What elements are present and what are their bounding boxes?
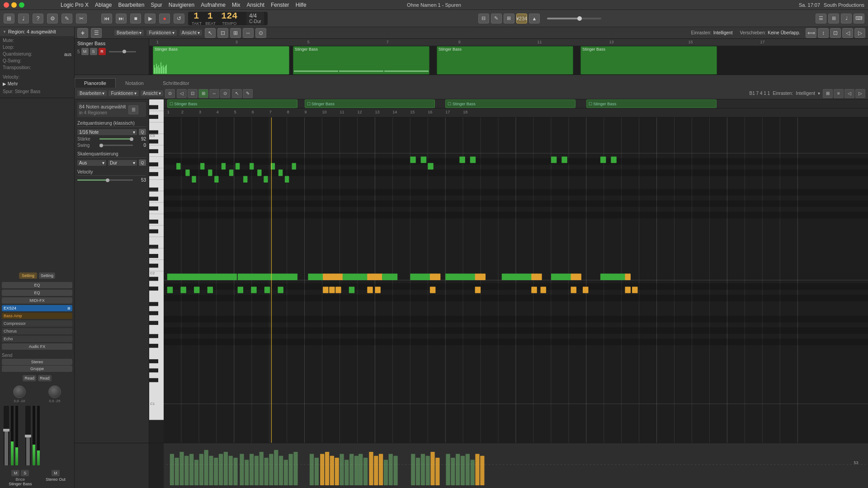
audiofx-btn[interactable]: Audic FX: [2, 343, 72, 350]
toolbar-edit[interactable]: ✎: [61, 14, 72, 23]
pr-right-btn4[interactable]: ▷: [855, 89, 865, 98]
swing-slider[interactable]: [99, 145, 133, 146]
bk23[interactable]: [149, 359, 158, 363]
bk17[interactable]: [149, 286, 158, 291]
exs24-btn[interactable]: EXS24 ⊞: [2, 305, 72, 311]
bk5[interactable]: [149, 149, 158, 153]
list-icon[interactable]: ☰: [816, 14, 826, 23]
add-track-btn[interactable]: +: [77, 28, 88, 38]
rewind-button[interactable]: ⏮: [101, 14, 112, 23]
bk20[interactable]: [149, 321, 158, 325]
pr-tool-5[interactable]: ⊙: [220, 89, 230, 98]
bk16[interactable]: [149, 277, 158, 281]
region-3[interactable]: Stinger Bass: [437, 46, 573, 75]
bk7[interactable]: [149, 172, 158, 176]
toolbar-icon1[interactable]: ⊟: [478, 14, 489, 23]
midifx-btn[interactable]: MIDI-FX: [2, 297, 72, 304]
bearbeiten-dropdown[interactable]: Bearbeiten▾: [114, 30, 144, 36]
read-btn2[interactable]: Read: [38, 375, 52, 381]
region-2[interactable]: Stinger Bass: [293, 46, 429, 75]
bk11[interactable]: [149, 220, 158, 224]
eq-left-btn[interactable]: EQ: [2, 282, 72, 288]
menu-mix[interactable]: Mix: [232, 2, 241, 8]
read-btn[interactable]: Read: [23, 375, 36, 381]
bk10[interactable]: [149, 206, 158, 211]
bk18[interactable]: [149, 302, 158, 306]
pr-region-1[interactable]: ☐ Stinger Bass: [167, 99, 297, 108]
region-header[interactable]: ▼ Region: 4 ausgewählt: [0, 27, 74, 36]
track-scroll2[interactable]: ▷: [854, 28, 865, 38]
bk1[interactable]: [149, 105, 158, 109]
pr-options-btn[interactable]: ⊙: [165, 89, 175, 98]
pr-region-4[interactable]: ☐ Stinger Bass: [586, 99, 717, 108]
pr-pointer-tool[interactable]: ↖: [232, 89, 242, 98]
bassamp-slot[interactable]: Bass Amp: [2, 313, 72, 319]
midi-icon[interactable]: ♩: [841, 14, 852, 23]
piano-icon[interactable]: ⌨: [854, 14, 864, 23]
master-volume-slider[interactable]: [547, 18, 601, 19]
tab-notation[interactable]: Notation: [116, 78, 153, 88]
pr-ansicht-dropdown[interactable]: Ansicht▾: [141, 90, 163, 96]
pr-right-btn3[interactable]: ◁: [844, 89, 854, 98]
toolbar-scissors[interactable]: ✂: [76, 14, 87, 23]
cycle-button[interactable]: ↺: [174, 14, 184, 23]
track-fit[interactable]: ⊡: [830, 28, 841, 38]
pr-tool-2[interactable]: ⊡: [188, 89, 198, 98]
bk9[interactable]: [149, 197, 158, 201]
maximize-button[interactable]: [19, 2, 24, 8]
track-solo-btn[interactable]: S: [90, 48, 97, 55]
pan-knob2[interactable]: [48, 385, 61, 398]
track-rec-btn[interactable]: R: [99, 48, 106, 55]
bk25[interactable]: [149, 378, 158, 382]
region-1[interactable]: Stinger Bass: [153, 46, 289, 75]
mute-btn2[interactable]: M: [52, 470, 60, 476]
velocity-slider[interactable]: [77, 179, 133, 181]
note-value-dropdown[interactable]: 1/16 Note▾: [77, 129, 137, 135]
gruppe-btn[interactable]: Gruppe: [2, 366, 72, 372]
grid-area[interactable]: ☐ Stinger Bass ☐ Stinger Bass ☐ Stinger …: [164, 99, 868, 443]
dur-dropdown[interactable]: Dur▾: [108, 160, 137, 166]
pr-region-2[interactable]: ☐ Stinger Bass: [305, 99, 435, 108]
region-4[interactable]: Stinger Bass: [580, 46, 717, 75]
solo-btn1[interactable]: S: [21, 470, 29, 476]
bk22[interactable]: [149, 344, 158, 348]
aus-dropdown[interactable]: Aus▾: [77, 160, 106, 166]
toolbar-icon2[interactable]: ✎: [491, 14, 502, 23]
close-button[interactable]: [4, 2, 9, 8]
pan-knob[interactable]: [13, 385, 26, 398]
eq-right-btn[interactable]: EQ: [2, 290, 72, 296]
funktionen-dropdown[interactable]: Funktionen▾: [146, 30, 176, 36]
mehr-label[interactable]: ▶ Mehr: [3, 81, 18, 86]
minimize-button[interactable]: [11, 2, 17, 8]
pointer-tool[interactable]: ↖: [205, 28, 216, 38]
global-tracks-btn[interactable]: ☰: [91, 28, 102, 38]
pr-right-btn1[interactable]: ⊞: [823, 89, 833, 98]
menu-fenster[interactable]: Fenster: [271, 2, 289, 8]
zoom-tool[interactable]: ⊞: [230, 28, 241, 38]
bk15[interactable]: [149, 264, 158, 268]
stop-button[interactable]: ■: [130, 14, 141, 23]
pr-tool-1[interactable]: ◁: [177, 89, 187, 98]
stinger-bass-btn[interactable]: Setting: [19, 272, 37, 279]
chorus-slot[interactable]: Chorus: [2, 328, 72, 334]
compressor-slot[interactable]: Compressor: [2, 320, 72, 327]
quantize-q-btn[interactable]: Q: [139, 129, 146, 135]
track-zoom-out[interactable]: ↕: [818, 28, 829, 38]
pr-funktionen-dropdown[interactable]: Funktionen▾: [108, 90, 138, 96]
bk14[interactable]: [149, 254, 158, 258]
track-zoom-in[interactable]: ⟺: [806, 28, 816, 38]
bk2[interactable]: [149, 115, 158, 119]
menu-hilfe[interactable]: Hilfe: [296, 2, 307, 8]
pr-right-btn2[interactable]: ≡: [834, 89, 844, 98]
tab-pianorolle[interactable]: Pianorolle: [75, 78, 116, 88]
flex-tool[interactable]: ⊙: [255, 28, 266, 38]
ansicht-dropdown[interactable]: Ansicht▾: [179, 30, 202, 36]
menu-bearbeiten[interactable]: Bearbeiten: [118, 2, 144, 8]
trim-tool[interactable]: ⊡: [217, 28, 228, 38]
master-volume-thumb[interactable]: [577, 16, 582, 21]
mute-btn1[interactable]: M: [11, 470, 19, 476]
fader1[interactable]: [4, 406, 9, 465]
snap-tool[interactable]: ↔: [243, 28, 254, 38]
stereo-btn[interactable]: Stereo: [2, 359, 72, 365]
staerke-slider[interactable]: [99, 138, 133, 140]
